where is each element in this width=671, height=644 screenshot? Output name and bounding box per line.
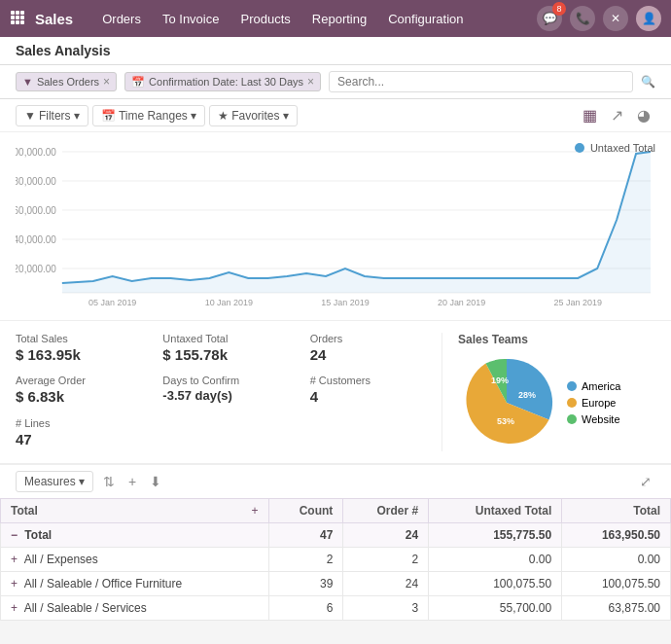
stats-grid: Total Sales $ 163.95k Untaxed Total $ 15… <box>16 333 441 451</box>
lines-stat: # Lines 47 <box>16 417 147 451</box>
star-icon: ★ <box>218 109 229 123</box>
table-row: + All / Saleable / Services 6 3 55,700.0… <box>1 596 671 621</box>
filter-funnel-icon: ▼ <box>22 76 33 88</box>
svg-text:60,000.00: 60,000.00 <box>16 205 56 216</box>
row-label-services: + All / Saleable / Services <box>1 596 269 621</box>
svg-text:05 Jan 2019: 05 Jan 2019 <box>88 298 136 307</box>
america-color <box>567 381 577 391</box>
row-label-expenses: + All / Expenses <box>1 548 269 572</box>
nav-reporting[interactable]: Reporting <box>302 6 376 32</box>
search-input[interactable] <box>329 71 633 92</box>
furniture-count: 39 <box>268 572 343 596</box>
phone-icon-button[interactable]: 📞 <box>570 6 595 31</box>
remove-sales-orders-filter[interactable]: × <box>103 75 110 89</box>
filter-tag-confirmation-date[interactable]: 📅 Confirmation Date: Last 30 Days × <box>124 72 321 91</box>
svg-rect-0 <box>11 11 15 15</box>
untaxed-total-stat: Untaxed Total $ 155.78k <box>162 333 294 367</box>
grid-menu-icon[interactable] <box>10 10 25 28</box>
legend-color-dot <box>575 143 584 153</box>
collapse-icon[interactable]: − <box>11 528 18 542</box>
expand-icon[interactable]: + <box>11 577 18 590</box>
chat-icon-button[interactable]: 💬 8 <box>537 6 562 31</box>
svg-rect-8 <box>20 20 24 24</box>
total-order-num: 24 <box>343 523 429 548</box>
avg-order-stat: Average Order $ 6.83k <box>16 375 147 409</box>
pie-chart-area: 28% 53% 19% America Europe Website <box>458 354 655 451</box>
pivot-expand-button[interactable]: + <box>124 472 140 491</box>
sales-teams-panel: Sales Teams 28% 53% 19% America <box>441 333 655 451</box>
nav-products[interactable]: Products <box>230 6 300 32</box>
svg-text:100,000.00: 100,000.00 <box>16 147 56 158</box>
page-title: Sales Analysis <box>16 43 111 58</box>
calendar-icon: 📅 <box>131 76 145 89</box>
filter-sales-orders-label: Sales Orders <box>37 76 99 88</box>
lines-value: 47 <box>16 431 147 447</box>
untaxed-total-label: Untaxed Total <box>162 333 294 344</box>
favorites-button[interactable]: ★ Favorites ▾ <box>209 105 298 126</box>
total-sales-value: $ 163.95k <box>16 346 147 363</box>
user-avatar[interactable]: 👤 <box>636 6 661 31</box>
pivot-toolbar-right: ⤢ <box>636 472 655 491</box>
furniture-order-num: 24 <box>343 572 429 596</box>
expenses-untaxed: 0.00 <box>429 548 562 572</box>
pivot-swap-button[interactable]: ⇅ <box>99 472 119 491</box>
table-row: − Total 47 24 155,775.50 163,950.50 <box>1 523 671 548</box>
days-to-confirm-stat: Days to Confirm -3.57 day(s) <box>162 375 294 409</box>
svg-rect-2 <box>20 11 24 15</box>
bar-chart-view-button[interactable]: ▦ <box>578 104 602 126</box>
expenses-count: 2 <box>268 548 343 572</box>
nav-right-icons: 💬 8 📞 ✕ 👤 <box>537 6 661 31</box>
customers-stat: # Customers 4 <box>310 375 441 409</box>
expand-icon[interactable]: + <box>11 553 18 566</box>
nav-orders[interactable]: Orders <box>92 6 151 32</box>
row-label-total: − Total <box>1 523 269 548</box>
row-label-office-furniture: + All / Saleable / Office Furniture <box>1 572 269 596</box>
measures-button[interactable]: Measures ▾ <box>16 471 93 492</box>
orders-stat: Orders 24 <box>310 333 441 367</box>
untaxed-total-value: $ 155.78k <box>162 346 294 363</box>
expand-icon[interactable]: + <box>11 601 18 615</box>
line-chart-view-button[interactable]: ↗ <box>606 104 628 126</box>
remove-confirmation-date-filter[interactable]: × <box>307 75 314 89</box>
america-label: America <box>582 380 620 392</box>
pie-legend: America Europe Website <box>567 380 620 425</box>
pivot-table-container: + Total Count Order # Untaxed Total Tota… <box>0 498 671 621</box>
line-chart: 100,000.00 80,000.00 60,000.00 40,000.00… <box>16 142 655 307</box>
nav-to-invoice[interactable]: To Invoice <box>153 6 230 32</box>
days-to-confirm-value: -3.57 day(s) <box>162 388 294 403</box>
filter-bar: ▼ Sales Orders × 📅 Confirmation Date: La… <box>0 65 671 99</box>
search-icon[interactable]: 🔍 <box>641 75 655 89</box>
pivot-fullscreen-button[interactable]: ⤢ <box>636 472 655 491</box>
close-icon-button[interactable]: ✕ <box>603 6 628 31</box>
time-ranges-button[interactable]: 📅 Time Ranges ▾ <box>92 105 205 126</box>
chat-badge: 8 <box>552 2 566 16</box>
svg-text:25 Jan 2019: 25 Jan 2019 <box>554 298 602 307</box>
nav-configuration[interactable]: Configuration <box>378 6 473 32</box>
svg-text:53%: 53% <box>497 416 514 426</box>
customers-value: 4 <box>310 388 441 405</box>
svg-rect-7 <box>16 20 19 24</box>
table-header-row: + Total Count Order # Untaxed Total Tota… <box>1 499 671 523</box>
total-untaxed: 155,775.50 <box>429 523 562 548</box>
furniture-untaxed: 100,075.50 <box>429 572 562 596</box>
customers-label: # Customers <box>310 375 441 386</box>
pie-chart-svg: 28% 53% 19% <box>458 354 555 451</box>
add-total-icon[interactable]: + <box>252 504 259 518</box>
services-total: 63,875.00 <box>562 596 671 621</box>
count-header: Count <box>268 499 343 523</box>
expenses-order-num: 2 <box>343 548 429 572</box>
pie-chart-view-button[interactable]: ◕ <box>632 104 655 126</box>
svg-text:80,000.00: 80,000.00 <box>16 176 56 187</box>
legend-europe: Europe <box>567 397 620 409</box>
svg-marker-25 <box>62 152 651 293</box>
filter-tag-sales-orders[interactable]: ▼ Sales Orders × <box>16 72 117 91</box>
filters-button[interactable]: ▼ Filters ▾ <box>16 105 88 126</box>
sub-navigation: Sales Analysis <box>0 37 671 65</box>
website-color <box>567 414 577 424</box>
svg-rect-6 <box>11 20 15 24</box>
svg-text:20,000.00: 20,000.00 <box>16 264 56 274</box>
pivot-download-button[interactable]: ⬇ <box>146 472 165 491</box>
untaxed-total-header: Untaxed Total <box>429 499 562 523</box>
total-column-label: Total <box>11 504 38 518</box>
table-row: + All / Saleable / Office Furniture 39 2… <box>1 572 671 596</box>
